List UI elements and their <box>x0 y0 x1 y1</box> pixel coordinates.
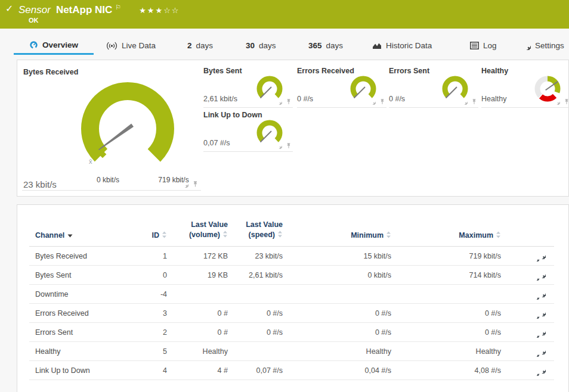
overview-gauges-panel: Bytes Received x̄ 0 kbit/s 719 kbit/s 23… <box>17 60 569 197</box>
maximum-value <box>391 285 501 304</box>
tab-label: days <box>326 41 344 50</box>
last-value-speed: 2,61 kbit/s <box>228 266 283 285</box>
channel-edit-icon[interactable] <box>534 270 546 281</box>
log-list-icon <box>470 42 479 49</box>
column-header-last-value-speed[interactable]: Last Value (speed) <box>228 220 283 247</box>
gauge-current-value: 0 #/s <box>297 95 313 103</box>
flag-icon[interactable]: ⚐ <box>115 4 121 11</box>
gauge-scale-min: 0 kbit/s <box>84 176 132 184</box>
tab-30-days[interactable]: 30 days <box>246 36 276 55</box>
tab-365-days[interactable]: 365 days <box>308 36 343 55</box>
gauge-title: Errors Sent <box>389 67 429 75</box>
table-row: Errors Received 3 0 # 0 #/s 0 #/s 0 #/s <box>29 304 554 323</box>
channel-edit-icon[interactable] <box>534 327 546 338</box>
tab-label: Overview <box>42 41 78 49</box>
channel-edit-icon[interactable] <box>534 365 546 376</box>
last-value-speed <box>228 285 283 304</box>
gauge-pin-icon[interactable] <box>192 181 199 188</box>
channel-edit-icon[interactable] <box>534 346 546 357</box>
gauge-cell-healthy: Healthy Healthy <box>481 65 569 108</box>
column-header-last-value-volume[interactable]: Last Value (volume) <box>167 220 228 247</box>
minimum-value <box>283 285 391 304</box>
sort-icon <box>386 231 391 240</box>
channel-id: -4 <box>140 285 167 304</box>
gauge-cell-link-up-to-down: Link Up to Down 0,07 #/s <box>203 109 293 152</box>
gauge-title: Healthy <box>481 67 508 75</box>
tab-live-data[interactable]: Live Data <box>106 36 156 55</box>
minimum-value: 0 #/s <box>283 323 391 342</box>
status-badge: OK <box>29 17 39 24</box>
column-header-maximum[interactable]: Maximum <box>391 220 501 247</box>
minimum-value: 0,04 #/s <box>283 361 391 380</box>
column-header-channel[interactable]: Channel <box>29 220 140 247</box>
maximum-value: 0 #/s <box>391 304 501 323</box>
table-row: Healthy 5 Healthy Healthy Healthy <box>29 342 554 361</box>
channel-edit-icon[interactable] <box>534 308 546 319</box>
channel-id: 1 <box>140 247 167 266</box>
gauge-pin-icon[interactable] <box>471 98 477 105</box>
channel-edit-icon[interactable] <box>534 251 546 262</box>
gauge-current-value: Healthy <box>481 95 506 103</box>
gauge-settings-icon[interactable] <box>553 98 560 105</box>
last-value-volume: 0 # <box>167 304 228 323</box>
last-value-volume: 4 # <box>167 361 228 380</box>
gear-icon <box>522 42 531 50</box>
last-value-volume: 172 KB <box>167 247 228 266</box>
tab-historic-data[interactable]: Historic Data <box>372 36 432 55</box>
column-label: Minimum <box>351 231 384 239</box>
sensor-header: ✓ Sensor NetApp NIC ⚐ ★★★☆☆ OK <box>0 0 569 29</box>
gauge-current-value: 0 #/s <box>389 95 405 103</box>
gauge-settings-icon[interactable] <box>461 98 468 105</box>
gauge-icon <box>29 41 38 49</box>
channel-edit-icon[interactable] <box>534 289 546 300</box>
gauge-title: Errors Received <box>297 67 354 75</box>
tab-settings[interactable]: Settings <box>522 36 564 55</box>
minimum-value: Healthy <box>283 342 391 361</box>
table-row: Downtime -4 <box>29 285 554 304</box>
gauge-title: Bytes Received <box>23 68 78 76</box>
channel-table: Channel ID Last Value (volume) Last Valu… <box>29 220 554 380</box>
table-row: Link Up to Down 4 4 # 0,07 #/s 0,04 #/s … <box>29 361 554 380</box>
prtg-sensor-page: { "colors": { "brand_green": "#a4b116", … <box>0 0 569 392</box>
minimum-value: 15 kbit/s <box>283 247 391 266</box>
channel-name: Healthy <box>29 342 140 361</box>
tab-overview[interactable]: Overview <box>14 36 94 55</box>
gauge-settings-icon[interactable] <box>369 98 376 105</box>
gauge-pin-icon[interactable] <box>286 142 292 149</box>
sensor-title: Sensor NetApp NIC ⚐ ★★★☆☆ <box>18 4 180 16</box>
column-header-edit <box>501 220 554 247</box>
gauge-pin-icon[interactable] <box>379 98 385 105</box>
gauge-settings-icon[interactable] <box>276 98 282 105</box>
column-label: Last Value <box>167 220 228 230</box>
sort-icon <box>496 231 501 240</box>
channel-name: Downtime <box>29 285 140 304</box>
channel-id: 2 <box>140 323 167 342</box>
tab-number: 365 <box>308 41 322 50</box>
channel-id: 0 <box>140 266 167 285</box>
maximum-value: 714 kbit/s <box>391 266 501 285</box>
gauge-settings-icon[interactable] <box>276 142 282 149</box>
channel-name: Errors Sent <box>29 323 140 342</box>
priority-stars[interactable]: ★★★☆☆ <box>139 6 180 15</box>
tab-log[interactable]: Log <box>470 36 497 55</box>
column-header-id[interactable]: ID <box>140 220 167 247</box>
tab-label: days <box>259 41 276 50</box>
tab-label: Historic Data <box>386 41 432 50</box>
last-value-speed: 0,07 #/s <box>228 361 283 380</box>
maximum-value: 4,08 #/s <box>391 361 501 380</box>
column-label: Last Value <box>228 220 283 230</box>
column-header-minimum[interactable]: Minimum <box>283 220 391 247</box>
tab-label: days <box>196 41 214 50</box>
gauge-pin-icon[interactable] <box>286 98 292 105</box>
channel-table-panel: Channel ID Last Value (volume) Last Valu… <box>17 204 569 392</box>
gauge-pin-icon[interactable] <box>564 98 569 105</box>
last-value-volume: 0 # <box>167 323 228 342</box>
last-value-speed: 23 kbit/s <box>228 247 283 266</box>
tab-2-days[interactable]: 2 days <box>187 36 213 55</box>
column-sublabel: (speed) <box>249 231 275 239</box>
channel-id: 5 <box>140 342 167 361</box>
last-value-speed: 0 #/s <box>228 323 283 342</box>
column-label: Maximum <box>459 231 493 239</box>
gauge-settings-icon[interactable] <box>181 181 188 188</box>
table-row: Errors Sent 2 0 # 0 #/s 0 #/s 0 #/s <box>29 323 554 342</box>
